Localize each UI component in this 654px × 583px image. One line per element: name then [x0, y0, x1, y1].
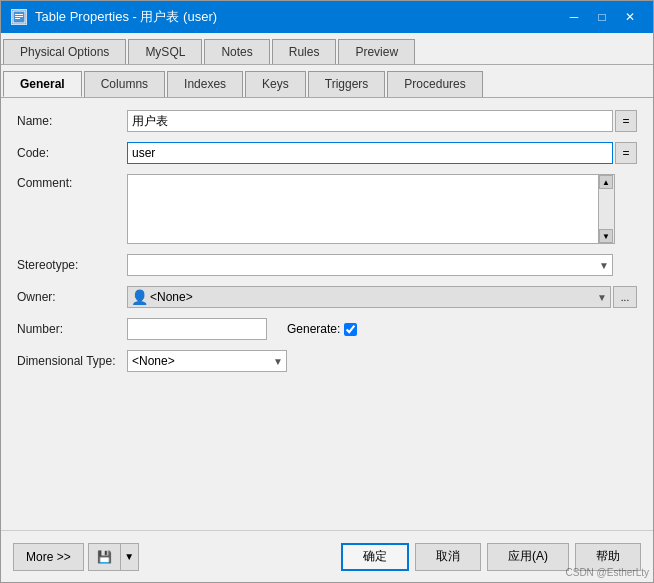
save-button[interactable]: 💾 [88, 543, 121, 571]
dimensional-label: Dimensional Type: [17, 354, 127, 368]
watermark: CSDN @EstherLty [565, 567, 649, 578]
tab-triggers[interactable]: Triggers [308, 71, 386, 97]
ok-button[interactable]: 确定 [341, 543, 409, 571]
tab-preview[interactable]: Preview [338, 39, 415, 64]
minimize-button[interactable]: ─ [561, 7, 587, 27]
save-button-group: 💾 ▼ [88, 543, 139, 571]
bottom-bar: More >> 💾 ▼ 确定 取消 应用(A) 帮助 [1, 530, 653, 582]
scroll-up-btn[interactable]: ▲ [599, 175, 613, 189]
tab-keys[interactable]: Keys [245, 71, 306, 97]
code-input[interactable] [127, 142, 613, 164]
save-dropdown-button[interactable]: ▼ [121, 543, 139, 571]
window-icon [11, 9, 27, 25]
tabs-section: Physical Options MySQL Notes Rules Previ… [1, 33, 653, 98]
owner-row: Owner: 👤 <None> ▼ ... [17, 286, 637, 308]
code-label: Code: [17, 146, 127, 160]
tab-physical-options[interactable]: Physical Options [3, 39, 126, 64]
tab-indexes[interactable]: Indexes [167, 71, 243, 97]
tab-columns[interactable]: Columns [84, 71, 165, 97]
save-icon: 💾 [97, 550, 112, 564]
code-eq-button[interactable]: = [615, 142, 637, 164]
tab-row-2: General Columns Indexes Keys Triggers Pr… [1, 65, 653, 98]
svg-rect-1 [15, 14, 23, 15]
stereotype-label: Stereotype: [17, 258, 127, 272]
content-area: Name: = Code: = Comment: ▲ ▼ [1, 98, 653, 530]
window-title: Table Properties - 用户表 (user) [35, 8, 217, 26]
stereotype-row: Stereotype: ▼ [17, 254, 637, 276]
scroll-down-btn[interactable]: ▼ [599, 229, 613, 243]
apply-button[interactable]: 应用(A) [487, 543, 569, 571]
title-bar: Table Properties - 用户表 (user) ─ □ ✕ [1, 1, 653, 33]
number-input[interactable] [127, 318, 267, 340]
name-row: Name: = [17, 110, 637, 132]
name-label: Name: [17, 114, 127, 128]
tab-general[interactable]: General [3, 71, 82, 97]
generate-row: Generate: [287, 322, 357, 336]
svg-rect-3 [15, 18, 20, 19]
number-label: Number: [17, 322, 127, 336]
tab-notes[interactable]: Notes [204, 39, 269, 64]
owner-label: Owner: [17, 290, 127, 304]
dimensional-row: Dimensional Type: <None> ▼ [17, 350, 637, 372]
comment-label: Comment: [17, 174, 127, 190]
tab-mysql[interactable]: MySQL [128, 39, 202, 64]
comment-scrollbar: ▲ ▼ [599, 174, 615, 244]
tab-rules[interactable]: Rules [272, 39, 337, 64]
tab-row-1: Physical Options MySQL Notes Rules Previ… [1, 33, 653, 65]
number-row: Number: Generate: [17, 318, 637, 340]
dimensional-select[interactable]: <None> [127, 350, 287, 372]
tab-procedures[interactable]: Procedures [387, 71, 482, 97]
name-eq-button[interactable]: = [615, 110, 637, 132]
more-button[interactable]: More >> [13, 543, 84, 571]
bottom-left-controls: More >> 💾 ▼ [13, 543, 139, 571]
svg-rect-2 [15, 16, 23, 17]
code-row: Code: = [17, 142, 637, 164]
maximize-button[interactable]: □ [589, 7, 615, 27]
comment-row: Comment: ▲ ▼ [17, 174, 637, 244]
owner-select[interactable]: <None> [127, 286, 611, 308]
generate-label: Generate: [287, 322, 340, 336]
cancel-button[interactable]: 取消 [415, 543, 481, 571]
owner-browse-button[interactable]: ... [613, 286, 637, 308]
generate-checkbox[interactable] [344, 323, 357, 336]
name-input[interactable] [127, 110, 613, 132]
close-button[interactable]: ✕ [617, 7, 643, 27]
comment-textarea[interactable] [127, 174, 599, 244]
stereotype-select[interactable] [127, 254, 613, 276]
